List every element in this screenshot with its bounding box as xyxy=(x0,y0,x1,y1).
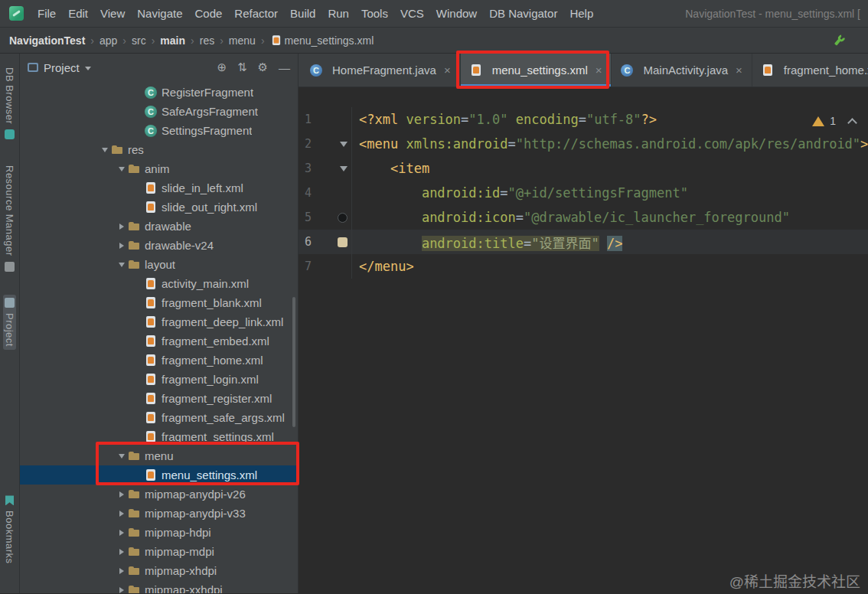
tree-item-menu-settings-xml[interactable]: menu_settings.xml xyxy=(20,465,298,485)
tree-item-fragment-safe-args-xml[interactable]: fragment_safe_args.xml xyxy=(20,408,298,427)
tree-item-label: fragment_blank.xml xyxy=(162,296,262,309)
android-xml-file-icon xyxy=(470,64,482,77)
code-line-7[interactable]: 7</menu> xyxy=(299,254,868,279)
breadcrumb-item-res[interactable]: res xyxy=(200,34,214,47)
menubar-item-view[interactable]: View xyxy=(94,7,131,20)
drawable-preview-icon[interactable] xyxy=(338,213,348,223)
editor-tab-fragment-home-xml[interactable]: fragment_home.xml xyxy=(752,54,868,86)
editor-tabs: CHomeFragment.java×menu_settings.xml×CMa… xyxy=(299,54,868,87)
chevron-up-icon[interactable] xyxy=(847,118,857,128)
menubar-item-tools[interactable]: Tools xyxy=(355,7,394,20)
tab-close-icon[interactable]: × xyxy=(736,64,742,77)
tree-item-fragment-embed-xml[interactable]: fragment_embed.xml xyxy=(20,331,298,351)
tree-item-mipmap-anydpi-v33[interactable]: mipmap-anydpi-v33 xyxy=(20,504,298,523)
build-wrench-icon[interactable] xyxy=(830,31,848,49)
resource-preview-icon[interactable] xyxy=(338,237,348,247)
tree-item-mipmap-mdpi[interactable]: mipmap-mdpi xyxy=(20,542,298,561)
tree-item-slide-in-left-xml[interactable]: slide_in_left.xml xyxy=(20,178,298,197)
tree-item-menu[interactable]: menu xyxy=(20,446,298,465)
code-line-5[interactable]: 5 android:icon="@drawable/ic_launcher_fo… xyxy=(299,205,868,230)
breadcrumb-item-src[interactable]: src xyxy=(132,34,146,47)
chevron-collapsed-icon[interactable] xyxy=(115,491,128,498)
chevron-expanded-icon[interactable] xyxy=(98,148,111,152)
chevron-collapsed-icon[interactable] xyxy=(115,530,128,536)
chevron-collapsed-icon[interactable] xyxy=(115,243,128,249)
tree-item-layout[interactable]: layout xyxy=(20,255,298,274)
settings-gear-icon[interactable]: ⚙ xyxy=(258,60,268,74)
tree-item-fragment-home-xml[interactable]: fragment_home.xml xyxy=(20,351,298,370)
breadcrumb-item-menu[interactable]: menu xyxy=(229,34,256,47)
code-line-3[interactable]: 3 <item xyxy=(299,156,868,181)
code-line-4[interactable]: 4 android:id="@+id/settingsFragment" xyxy=(299,181,868,205)
fold-arrow-icon[interactable] xyxy=(340,166,348,171)
tree-item-activity-main-xml[interactable]: activity_main.xml xyxy=(20,274,298,293)
code-line-1[interactable]: 1<?xml version="1.0" encoding="utf-8"?> xyxy=(299,107,868,132)
project-panel-title[interactable]: Project xyxy=(44,61,80,74)
menubar-item-vcs[interactable]: VCS xyxy=(394,7,430,20)
class-icon: C xyxy=(145,106,157,118)
tree-item-mipmap-xhdpi[interactable]: mipmap-xhdpi xyxy=(20,561,298,580)
tool-button-db-browser[interactable]: DB Browser xyxy=(3,64,16,142)
tool-button-resource-manager[interactable]: Resource Manager xyxy=(3,162,16,275)
menubar-item-code[interactable]: Code xyxy=(188,7,228,20)
breadcrumb-item-main[interactable]: main xyxy=(160,34,185,47)
tree-item-fragment-login-xml[interactable]: fragment_login.xml xyxy=(20,370,298,389)
collapse-all-icon[interactable]: ⇅ xyxy=(237,60,247,74)
code-line-2[interactable]: 2<menu xmlns:android="http://schemas.and… xyxy=(299,132,868,156)
tab-close-icon[interactable]: × xyxy=(596,64,602,77)
tree-item-safeargsfragment[interactable]: CSafeArgsFragment xyxy=(20,102,298,121)
editor-tab-homefragment-java[interactable]: CHomeFragment.java× xyxy=(301,54,461,86)
tool-button-bookmarks[interactable]: Bookmarks xyxy=(3,492,16,567)
tree-item-drawable[interactable]: drawable xyxy=(20,217,298,236)
menubar-item-navigate[interactable]: Navigate xyxy=(131,7,188,20)
hide-panel-icon[interactable]: — xyxy=(279,61,290,74)
bookmarks-icon xyxy=(5,495,14,505)
fold-arrow-icon[interactable] xyxy=(340,142,348,147)
breadcrumb-separator: › xyxy=(122,34,126,47)
menubar-item-run[interactable]: Run xyxy=(321,7,355,20)
code-line-6[interactable]: 6 android:title="设置界面" /> xyxy=(299,230,868,254)
tree-scrollbar[interactable] xyxy=(292,297,295,427)
left-tool-stripe: DB BrowserResource ManagerProject Bookma… xyxy=(0,54,20,593)
tree-item-mipmap-anydpi-v26[interactable]: mipmap-anydpi-v26 xyxy=(20,485,298,504)
tree-item-settingsfragment[interactable]: CSettingsFragment xyxy=(20,121,298,140)
tree-item-mipmap-xxhdpi[interactable]: mipmap-xxhdpi xyxy=(20,580,298,593)
menubar-item-help[interactable]: Help xyxy=(563,7,599,20)
tree-item-fragment-register-xml[interactable]: fragment_register.xml xyxy=(20,389,298,408)
tab-label: HomeFragment.java xyxy=(332,64,436,77)
inspection-widget[interactable]: 1 xyxy=(812,115,856,127)
menubar-item-refactor[interactable]: Refactor xyxy=(228,7,284,20)
locate-icon[interactable]: ⊕ xyxy=(217,60,227,74)
editor-tab-menu-settings-xml[interactable]: menu_settings.xml× xyxy=(461,54,612,86)
editor-tab-mainactivity-java[interactable]: CMainActivity.java× xyxy=(612,54,752,86)
tree-item-res[interactable]: res xyxy=(20,140,298,159)
chevron-expanded-icon[interactable] xyxy=(115,167,128,171)
chevron-collapsed-icon[interactable] xyxy=(115,511,128,517)
menubar-item-edit[interactable]: Edit xyxy=(62,7,94,20)
menubar-item-file[interactable]: File xyxy=(31,7,62,20)
chevron-expanded-icon[interactable] xyxy=(115,454,128,459)
tree-item-fragment-deep-link-xml[interactable]: fragment_deep_link.xml xyxy=(20,312,298,331)
tree-item-slide-out-right-xml[interactable]: slide_out_right.xml xyxy=(20,197,298,217)
tree-item-anim[interactable]: anim xyxy=(20,159,298,178)
menubar-item-window[interactable]: Window xyxy=(430,7,483,20)
tree-item-fragment-settings-xml[interactable]: fragment_settings.xml xyxy=(20,427,298,446)
tree-item-drawable-v24[interactable]: drawable-v24 xyxy=(20,236,298,255)
tool-button-project[interactable]: Project xyxy=(3,295,16,350)
tree-item-fragment-blank-xml[interactable]: fragment_blank.xml xyxy=(20,293,298,312)
breadcrumb-item-navigationtest[interactable]: NavigationTest xyxy=(9,34,85,47)
breadcrumb-item-app[interactable]: app xyxy=(100,34,117,47)
chevron-collapsed-icon[interactable] xyxy=(115,568,128,574)
chevron-collapsed-icon[interactable] xyxy=(115,587,128,593)
chevron-collapsed-icon[interactable] xyxy=(115,224,128,230)
chevron-collapsed-icon[interactable] xyxy=(115,549,128,555)
menubar-item-build[interactable]: Build xyxy=(284,7,321,20)
tree-item-registerfragment[interactable]: CRegisterFragment xyxy=(20,83,298,102)
chevron-expanded-icon[interactable] xyxy=(115,263,128,267)
tree-item-mipmap-hdpi[interactable]: mipmap-hdpi xyxy=(20,523,298,542)
warning-triangle-icon xyxy=(812,116,824,126)
breadcrumb-item-menu-settings-xml[interactable]: menu_settings.xml xyxy=(270,34,374,47)
menubar-item-db-navigator[interactable]: DB Navigator xyxy=(483,7,563,20)
tab-close-icon[interactable]: × xyxy=(444,64,451,77)
chevron-down-icon[interactable] xyxy=(85,67,91,70)
